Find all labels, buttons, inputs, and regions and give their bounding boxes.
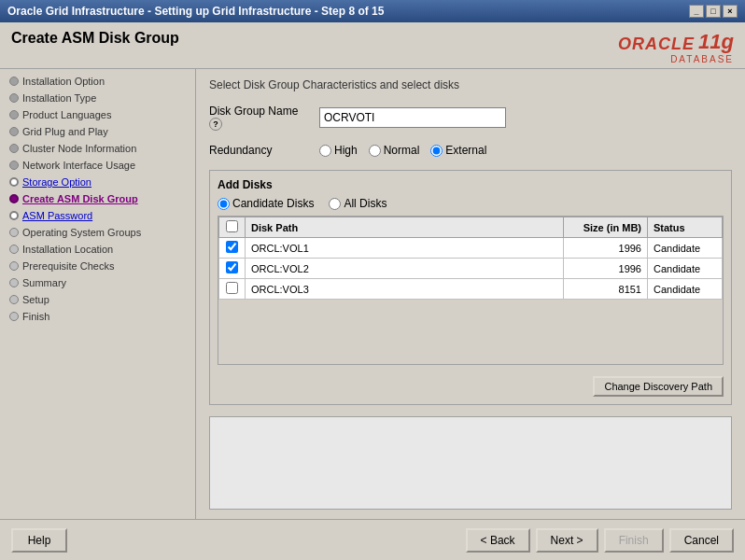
sidebar-item-storage-option[interactable]: Storage Option <box>0 174 195 190</box>
disk-checkbox-0[interactable] <box>226 241 238 253</box>
sidebar-dot <box>9 211 19 220</box>
redundancy-external[interactable]: External <box>430 144 486 157</box>
filter-candidate-label: Candidate Disks <box>232 197 314 210</box>
section-title: Select Disk Group Characteristics and se… <box>209 78 732 91</box>
disk-path-cell: ORCL:VOL2 <box>246 259 564 279</box>
table-row: ORCL:VOL21996Candidate <box>219 259 723 279</box>
redundancy-external-label: External <box>445 144 486 157</box>
sidebar-item-installation-option: Installation Option <box>0 73 195 90</box>
sidebar-dot <box>9 127 19 136</box>
sidebar-dot <box>9 194 19 203</box>
sidebar-item-setup: Setup <box>0 291 195 308</box>
sidebar-item-create-asm[interactable]: Create ASM Disk Group <box>0 190 195 207</box>
oracle-logo: ORACLE 11g DATABASE <box>618 30 734 64</box>
filter-all[interactable]: All Disks <box>329 197 387 210</box>
sidebar-item-summary: Summary <box>0 274 195 291</box>
help-button[interactable]: Help <box>11 528 67 553</box>
oracle-db: DATABASE <box>670 54 734 64</box>
disk-checkbox-2[interactable] <box>226 282 238 294</box>
disk-checkbox-1[interactable] <box>226 261 238 273</box>
sidebar-item-os-groups: Operating System Groups <box>0 224 195 241</box>
footer-left: Help <box>11 528 67 553</box>
add-disks-section: Add Disks Candidate Disks All Disks <box>209 170 732 405</box>
redundancy-high[interactable]: High <box>319 144 358 157</box>
disk-check-cell[interactable] <box>219 238 246 259</box>
sidebar-dot <box>9 312 19 321</box>
filter-all-radio[interactable] <box>329 198 341 210</box>
content-area: Installation Option Installation Type Pr… <box>0 69 745 519</box>
table-row: ORCL:VOL11996Candidate <box>219 238 723 259</box>
sidebar-dot <box>9 295 19 304</box>
col-header-path: Disk Path <box>246 217 564 238</box>
maximize-button[interactable]: □ <box>706 5 721 18</box>
close-button[interactable]: × <box>723 5 738 18</box>
disk-size-cell: 1996 <box>564 259 648 279</box>
minimize-button[interactable]: _ <box>689 5 704 18</box>
disk-group-name-label: Disk Group Name ? <box>209 105 312 131</box>
disk-check-cell[interactable] <box>219 279 246 300</box>
disk-filter: Candidate Disks All Disks <box>218 197 724 210</box>
disk-status-cell: Candidate <box>648 238 723 259</box>
disk-size-cell: 1996 <box>564 238 648 259</box>
col-header-status: Status <box>648 217 723 238</box>
sidebar-item-finish: Finish <box>0 308 195 325</box>
disk-path-cell: ORCL:VOL3 <box>246 279 564 300</box>
sidebar-item-prereq-checks: Prerequisite Checks <box>0 258 195 274</box>
sidebar-item-install-location: Installation Location <box>0 241 195 258</box>
redundancy-options: High Normal External <box>319 144 486 157</box>
disk-group-name-row: Disk Group Name ? <box>209 105 732 131</box>
sidebar-dot <box>9 177 19 187</box>
redundancy-normal-radio[interactable] <box>369 145 381 157</box>
cancel-button[interactable]: Cancel <box>669 528 734 553</box>
table-row: ORCL:VOL38151Candidate <box>219 279 723 300</box>
title-text: Oracle Grid Infrastructure - Setting up … <box>7 5 384 18</box>
back-button[interactable]: < Back <box>466 528 530 553</box>
change-discovery-path-button[interactable]: Change Discovery Path <box>593 376 724 397</box>
sidebar-dot <box>9 144 19 153</box>
sidebar-dot <box>9 245 19 254</box>
footer-right: < Back Next > Finish Cancel <box>466 528 734 553</box>
help-icon[interactable]: ? <box>209 118 222 131</box>
sidebar-dot <box>9 77 19 86</box>
filter-candidate-radio[interactable] <box>218 198 230 210</box>
col-header-check <box>219 217 246 238</box>
sidebar-dot <box>9 278 19 287</box>
sidebar-item-network-interface: Network Interface Usage <box>0 157 195 174</box>
disk-table: Disk Path Size (in MB) Status ORCL:VOL11… <box>218 217 723 300</box>
page-title: Create ASM Disk Group <box>11 30 179 47</box>
disk-group-name-input[interactable] <box>319 107 506 128</box>
next-button[interactable]: Next > <box>536 528 598 553</box>
disk-check-cell[interactable] <box>219 259 246 279</box>
disk-path-cell: ORCL:VOL1 <box>246 238 564 259</box>
add-disks-title: Add Disks <box>218 178 724 191</box>
select-all-checkbox[interactable] <box>226 220 238 232</box>
disk-size-cell: 8151 <box>564 279 648 300</box>
sidebar-dot <box>9 261 19 271</box>
redundancy-high-label: High <box>334 144 358 157</box>
info-area <box>209 416 732 510</box>
redundancy-normal-label: Normal <box>384 144 420 157</box>
oracle-version: 11g <box>698 30 734 54</box>
title-buttons[interactable]: _ □ × <box>689 5 738 18</box>
oracle-name: ORACLE <box>618 35 695 54</box>
redundancy-high-radio[interactable] <box>319 145 331 157</box>
disk-status-cell: Candidate <box>648 259 723 279</box>
sidebar-item-cluster-node: Cluster Node Information <box>0 140 195 157</box>
filter-candidate[interactable]: Candidate Disks <box>218 197 314 210</box>
sidebar-dot <box>9 161 19 170</box>
disk-status-cell: Candidate <box>648 279 723 300</box>
col-header-size: Size (in MB) <box>564 217 648 238</box>
redundancy-normal[interactable]: Normal <box>369 144 420 157</box>
sidebar-item-asm-password[interactable]: ASM Password <box>0 207 195 224</box>
sidebar-dot <box>9 93 19 103</box>
sidebar-dot <box>9 110 19 119</box>
finish-button[interactable]: Finish <box>604 528 664 553</box>
redundancy-external-radio[interactable] <box>430 145 443 157</box>
sidebar-item-installation-type: Installation Type <box>0 90 195 106</box>
sidebar-item-grid-plug-play: Grid Plug and Play <box>0 123 195 140</box>
sidebar-dot <box>9 228 19 237</box>
title-bar: Oracle Grid Infrastructure - Setting up … <box>0 0 745 22</box>
redundancy-label: Redundancy <box>209 144 312 157</box>
header: Create ASM Disk Group ORACLE 11g DATABAS… <box>0 22 745 69</box>
footer: Help < Back Next > Finish Cancel <box>0 519 745 560</box>
